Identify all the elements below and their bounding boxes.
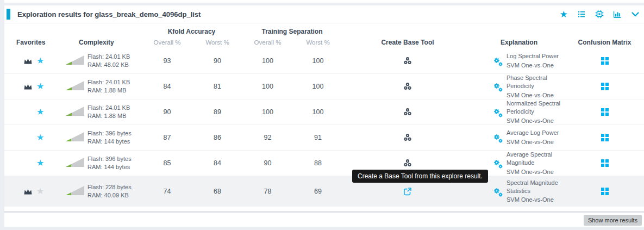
create-base-tool-icon[interactable] — [403, 133, 412, 142]
ts-worst-value: 100 — [293, 57, 342, 65]
col-header-kfold-overall: Overall % — [141, 39, 193, 46]
complexity-icon — [65, 185, 85, 198]
create-base-tool-icon[interactable] — [403, 56, 412, 66]
ram-size: RAM: 40.09 KB — [87, 191, 132, 200]
previous-panel-edge — [4, 0, 644, 3]
kfold-worst-value: 84 — [193, 159, 242, 167]
card-header: Exploration results for glass_break_demo… — [4, 5, 644, 23]
complexity-icon — [65, 132, 85, 144]
page-title: Exploration results for glass_break_demo… — [17, 10, 201, 18]
confusion-matrix-icon[interactable] — [601, 57, 609, 65]
kfold-accuracy-group-header: Kfold Accuracy — [141, 28, 242, 35]
feature-name: Normalized Spectral Periodicity — [507, 100, 565, 116]
ts-overall-value: 90 — [242, 159, 293, 167]
ts-worst-value: 88 — [293, 159, 342, 167]
col-header-favorites: Favorites — [4, 39, 62, 46]
feature-name: Average Log Power — [507, 129, 559, 137]
kfold-worst-value: 68 — [193, 188, 242, 195]
kfold-overall-value: 84 — [141, 83, 193, 90]
create-base-tool-icon[interactable] — [403, 82, 412, 91]
table-row[interactable]: ★ Flash: 24.01 KB RAM: 1.88 MB 90 89 100… — [4, 100, 644, 125]
ts-overall-value: 100 — [242, 108, 293, 116]
gears-icon[interactable] — [492, 133, 503, 143]
col-header-kfold-worst: Worst % — [193, 39, 242, 46]
classifier-name: SVM One-vs-One — [507, 117, 565, 125]
complexity-icon — [65, 80, 85, 93]
gears-icon[interactable] — [492, 187, 503, 197]
chip-icon[interactable] — [594, 9, 605, 20]
flash-size: Flash: 24.01 KB — [87, 104, 130, 112]
ts-worst-value: 100 — [293, 83, 342, 90]
classifier-name: SVM One-vs-One — [507, 138, 559, 146]
classifier-name: SVM One-vs-One — [507, 61, 559, 70]
chevron-down-icon[interactable] — [630, 9, 641, 20]
title-accent-bar — [7, 9, 10, 20]
create-base-tool-icon[interactable] — [403, 158, 412, 168]
favorite-star-icon[interactable]: ★ — [36, 187, 44, 196]
confusion-matrix-icon[interactable] — [601, 108, 609, 116]
feature-name: Average Spectral Magnitude — [507, 151, 565, 167]
confusion-matrix-icon[interactable] — [601, 83, 609, 90]
create-base-tool-icon[interactable] — [403, 187, 412, 196]
crown-icon[interactable] — [23, 58, 33, 65]
classifier-name: SVM One-vs-One — [507, 91, 565, 100]
gears-icon[interactable] — [492, 82, 503, 92]
complexity-icon — [65, 55, 85, 67]
flash-size: Flash: 396 bytes — [87, 129, 132, 138]
feature-name: Spectral Magnitude Statistics — [507, 179, 565, 195]
ram-size: RAM: 144 bytes — [87, 138, 132, 146]
ram-size: RAM: 1.88 MB — [87, 86, 130, 95]
create-base-tool-icon[interactable] — [403, 107, 412, 117]
table-row[interactable]: ★ Flash: 396 bytes RAM: 144 bytes 85 84 … — [4, 151, 644, 176]
feature-name: Log Spectral Power — [507, 52, 559, 60]
flash-size: Flash: 228 bytes — [87, 183, 132, 191]
classifier-name: SVM One-vs-One — [507, 196, 565, 204]
confusion-matrix-icon[interactable] — [601, 188, 609, 195]
ts-overall-value: 78 — [242, 188, 293, 195]
ram-size: RAM: 48.02 KB — [87, 61, 130, 69]
show-more-results-button[interactable]: Show more results — [584, 215, 642, 226]
crown-icon[interactable] — [23, 83, 33, 90]
toolbar: ★ — [558, 9, 641, 20]
table-row[interactable]: ★ Flash: 228 bytes RAM: 40.09 KB 74 68 7… — [4, 176, 644, 207]
ts-worst-value: 100 — [293, 108, 342, 116]
crown-icon[interactable] — [23, 188, 33, 195]
kfold-overall-value: 93 — [141, 57, 193, 65]
kfold-overall-value: 85 — [141, 159, 193, 167]
gears-icon[interactable] — [492, 107, 503, 117]
kfold-overall-value: 74 — [141, 188, 193, 195]
ram-size: RAM: 1.88 MB — [87, 112, 130, 120]
training-separation-group-header: Training Separation — [242, 28, 342, 35]
bar-chart-icon[interactable] — [612, 9, 623, 20]
favorites-star-icon[interactable]: ★ — [558, 9, 569, 20]
complexity-icon — [65, 106, 85, 119]
classifier-name: SVM One-vs-One — [507, 168, 565, 176]
table-header: Kfold Accuracy Training Separation Favor… — [4, 23, 644, 48]
col-header-complexity: Complexity — [62, 39, 141, 46]
col-header-confusion-matrix: Confusion Matrix — [565, 39, 644, 46]
table-row[interactable]: ★ Flash: 24.01 KB RAM: 48.02 KB 93 90 10… — [4, 48, 644, 74]
confusion-matrix-icon[interactable] — [601, 134, 609, 141]
favorite-star-icon[interactable]: ★ — [36, 108, 44, 116]
kfold-overall-value: 90 — [141, 108, 193, 116]
favorite-star-icon[interactable]: ★ — [36, 57, 44, 65]
list-icon[interactable] — [576, 9, 587, 20]
gears-icon[interactable] — [492, 56, 503, 66]
feature-name: Phase Spectral Periodicity — [507, 74, 565, 90]
table-row[interactable]: ★ Flash: 24.01 KB RAM: 1.88 MB 84 81 100… — [4, 74, 644, 100]
ts-worst-value: 69 — [293, 188, 342, 195]
gears-icon[interactable] — [492, 158, 503, 169]
col-header-create-base-tool: Create Base Tool — [342, 39, 473, 46]
ts-overall-value: 100 — [242, 83, 293, 90]
favorite-star-icon[interactable]: ★ — [36, 133, 44, 142]
favorite-star-icon[interactable]: ★ — [36, 159, 44, 167]
confusion-matrix-icon[interactable] — [601, 159, 609, 167]
col-header-ts-worst: Worst % — [293, 39, 342, 46]
col-header-explanation: Explanation — [473, 39, 565, 46]
footer-bar: Show more results — [4, 213, 644, 227]
table-row[interactable]: ★ Flash: 396 bytes RAM: 144 bytes 87 86 … — [4, 125, 644, 151]
create-base-tool-tooltip: Create a Base Tool from this explore res… — [352, 170, 488, 183]
kfold-worst-value: 86 — [193, 134, 242, 141]
favorite-star-icon[interactable]: ★ — [36, 82, 44, 91]
kfold-worst-value: 89 — [193, 108, 242, 116]
